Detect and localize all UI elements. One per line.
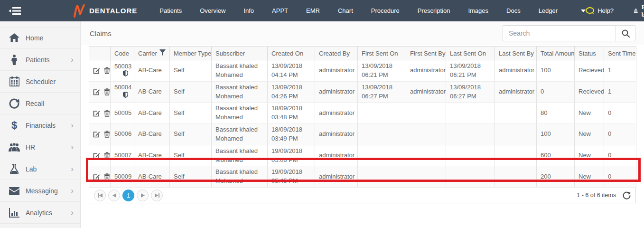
claim-created-by: administrator bbox=[315, 124, 358, 145]
nav-right: Help? First branch System Administrator bbox=[586, 3, 644, 19]
sidebar-item-lab[interactable]: Lab › bbox=[0, 158, 80, 180]
sidebar-item-patients[interactable]: Patients › bbox=[0, 49, 80, 71]
trash-icon bbox=[104, 88, 110, 95]
col-member-type[interactable]: Member Type bbox=[170, 47, 212, 60]
claim-first-sent-on bbox=[358, 103, 406, 124]
pager-next-button[interactable] bbox=[137, 190, 149, 201]
table-row[interactable]: 50009 AB-Care Self Bassant khaled Mohame… bbox=[89, 166, 636, 188]
col-created-by[interactable]: Created By bbox=[315, 47, 358, 60]
edit-claim-button[interactable] bbox=[93, 173, 100, 180]
col-last-sent-on[interactable]: Last Sent On bbox=[446, 47, 495, 60]
col-first-sent-on[interactable]: First Sent On bbox=[358, 47, 406, 60]
claim-first-sent-on bbox=[358, 124, 406, 145]
claim-created-on: 18/09/2018 03:48 PM bbox=[268, 103, 315, 124]
home-icon bbox=[9, 33, 20, 43]
chevron-right-icon: › bbox=[71, 56, 74, 64]
edit-icon bbox=[93, 173, 100, 180]
sidebar-item-label: Scheduler bbox=[26, 78, 56, 86]
nav-item-procedure[interactable]: Procedure bbox=[362, 7, 409, 14]
edit-claim-button[interactable] bbox=[93, 131, 100, 138]
sidebar-item-label: Lab bbox=[26, 165, 37, 173]
delete-claim-button[interactable] bbox=[104, 173, 110, 180]
nav-item-appt[interactable]: APPT bbox=[263, 7, 297, 14]
claim-carrier: AB-Care bbox=[134, 81, 170, 103]
col-subscriber[interactable]: Subscriber bbox=[212, 47, 268, 60]
sidebar-item-messaging[interactable]: Messaging › bbox=[0, 180, 80, 202]
nav-menu: Patients Overview Info APPT EMR Chart Pr… bbox=[150, 7, 586, 14]
sidebar-item-label: Messaging bbox=[26, 187, 58, 195]
nav-item-images[interactable]: Images bbox=[459, 7, 497, 14]
delete-claim-button[interactable] bbox=[104, 131, 110, 138]
claim-last-sent-by: administrator bbox=[495, 81, 537, 103]
nav-item-prescription[interactable]: Prescription bbox=[409, 7, 459, 14]
nav-item-info[interactable]: Info bbox=[234, 7, 263, 14]
table-row[interactable]: 50005 AB-Care Self Bassant khaled Mohame… bbox=[89, 103, 636, 124]
pager-page-1[interactable]: 1 bbox=[122, 190, 134, 201]
table-row[interactable]: 50007 AB-Care Self Bassant khaled Mohame… bbox=[89, 145, 636, 166]
nav-more-menu[interactable] bbox=[581, 10, 586, 12]
edit-claim-button[interactable] bbox=[93, 110, 100, 117]
claim-member-type: Self bbox=[170, 60, 212, 82]
trash-icon bbox=[104, 110, 110, 117]
col-carrier[interactable]: Carrier bbox=[134, 47, 170, 60]
table-row[interactable]: 50003 AB-Care Self Bassant khaled Mohame… bbox=[89, 60, 636, 82]
nav-item-docs[interactable]: Docs bbox=[497, 7, 530, 14]
claim-sent-times: 0 bbox=[604, 145, 636, 166]
sidebar-item-hr[interactable]: HR › bbox=[0, 136, 80, 158]
search-button[interactable] bbox=[616, 25, 635, 41]
col-last-sent-by[interactable]: Last Sent By bbox=[495, 47, 537, 60]
sidebar-item-recall[interactable]: Recall bbox=[0, 93, 80, 114]
shield-icon bbox=[123, 92, 128, 101]
next-page-icon bbox=[141, 193, 145, 198]
nav-item-ledger[interactable]: Ledger bbox=[530, 7, 567, 14]
col-total-amount[interactable]: Total Amount bbox=[537, 47, 575, 60]
refresh-button[interactable] bbox=[623, 191, 631, 200]
claim-member-type: Self bbox=[170, 145, 212, 166]
lab-icon bbox=[9, 164, 20, 174]
edit-claim-button[interactable] bbox=[93, 152, 100, 159]
pager-last-button[interactable] bbox=[151, 190, 163, 201]
sidebar-item-label: Recall bbox=[26, 100, 44, 107]
sidebar-item-scheduler[interactable]: Scheduler bbox=[0, 71, 80, 93]
nav-item-emr[interactable]: EMR bbox=[297, 7, 329, 14]
sidebar-item-home[interactable]: Home bbox=[0, 27, 80, 49]
table-row[interactable]: 50004 AB-Care Self Bassant khaled Mohame… bbox=[89, 81, 636, 103]
help-button[interactable]: Help? bbox=[586, 7, 614, 15]
col-status[interactable]: Status bbox=[575, 47, 604, 60]
delete-claim-button[interactable] bbox=[104, 152, 110, 159]
filter-icon[interactable] bbox=[159, 49, 166, 57]
shield-icon bbox=[123, 70, 128, 79]
brand[interactable]: DENTALORE bbox=[73, 4, 137, 18]
claim-sent-times: 1 bbox=[604, 81, 636, 103]
nav-item-chart[interactable]: Chart bbox=[329, 7, 362, 14]
claim-created-on: 19/09/2018 05:06 PM bbox=[268, 145, 315, 166]
claim-first-sent-by bbox=[406, 166, 446, 188]
trash-icon bbox=[104, 67, 110, 74]
edit-claim-button[interactable] bbox=[93, 88, 100, 95]
sidebar-toggle-button[interactable] bbox=[9, 7, 21, 15]
search-input[interactable] bbox=[503, 25, 616, 41]
sidebar-item-financials[interactable]: $ Financials › bbox=[0, 114, 80, 136]
delete-claim-button[interactable] bbox=[104, 88, 110, 95]
claim-created-by: administrator bbox=[315, 166, 358, 188]
col-created-on[interactable]: Created On bbox=[268, 47, 315, 60]
sidebar: Home Patients › Scheduler Recall $ Finan… bbox=[0, 21, 81, 228]
nav-item-overview[interactable]: Overview bbox=[191, 7, 234, 14]
nav-item-patients[interactable]: Patients bbox=[150, 7, 191, 14]
delete-claim-button[interactable] bbox=[104, 110, 110, 117]
col-sent-times[interactable]: Sent Times bbox=[604, 47, 636, 60]
claim-first-sent-on bbox=[358, 145, 406, 166]
claim-first-sent-by: administrator bbox=[406, 60, 446, 82]
sidebar-item-analytics[interactable]: Analytics › bbox=[0, 202, 80, 224]
claim-code: 50005 bbox=[114, 109, 130, 118]
edit-claim-button[interactable] bbox=[93, 67, 100, 74]
col-code[interactable]: Code bbox=[111, 47, 134, 60]
pager-prev-button[interactable] bbox=[108, 190, 120, 201]
col-first-sent-by[interactable]: First Sent By bbox=[406, 47, 446, 60]
claim-last-sent-on bbox=[446, 103, 495, 124]
table-row[interactable]: 50006 AB-Care Self Bassant khaled Mohame… bbox=[89, 124, 636, 145]
patients-icon bbox=[9, 55, 20, 65]
pager-first-button[interactable] bbox=[94, 190, 106, 201]
delete-claim-button[interactable] bbox=[104, 67, 110, 74]
branch-selector[interactable]: First branch bbox=[634, 3, 644, 19]
